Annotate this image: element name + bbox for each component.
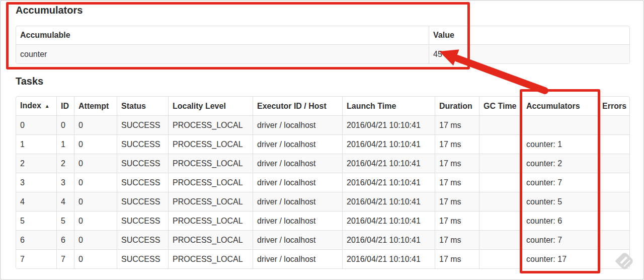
gc-time-cell (479, 212, 522, 231)
duration-cell: 17 ms (435, 192, 479, 212)
locality-level-cell: PROCESS_LOCAL (169, 173, 253, 192)
launch-time-cell: 2016/04/21 10:10:41 (343, 192, 435, 212)
errors-cell (598, 116, 630, 135)
id-cell: 6 (57, 231, 74, 250)
accumulators-cell: counter: 7 (522, 173, 598, 192)
duration-cell: 17 ms (435, 212, 479, 231)
gc-time-cell (479, 192, 522, 212)
duration-cell: 17 ms (435, 135, 479, 154)
executor-cell: driver / localhost (253, 231, 343, 250)
attempt-cell: 0 (74, 154, 117, 173)
launch-time-cell: 2016/04/21 10:10:41 (343, 135, 435, 154)
locality-level-cell: PROCESS_LOCAL (169, 231, 253, 250)
index-cell: 0 (16, 116, 57, 135)
executor-cell: driver / localhost (253, 173, 343, 192)
index-column-header[interactable]: Index▲ (16, 97, 57, 116)
accumulators-cell: counter: 2 (522, 154, 598, 173)
launch-time-cell: 2016/04/21 10:10:41 (343, 154, 435, 173)
locality-level-cell: PROCESS_LOCAL (169, 250, 253, 269)
executor-cell: driver / localhost (253, 116, 343, 135)
status-cell: SUCCESS (117, 212, 169, 231)
table-row: 4 4 0 SUCCESS PROCESS_LOCAL driver / loc… (16, 192, 630, 212)
locality-level-cell: PROCESS_LOCAL (169, 135, 253, 154)
errors-cell (598, 250, 630, 269)
table-row: 3 3 0 SUCCESS PROCESS_LOCAL driver / loc… (16, 173, 630, 192)
executor-cell: driver / localhost (253, 154, 343, 173)
gc-time-cell (479, 135, 522, 154)
duration-cell: 17 ms (435, 250, 479, 269)
table-row: 1 1 0 SUCCESS PROCESS_LOCAL driver / loc… (16, 135, 630, 154)
table-row: 7 7 0 SUCCESS PROCESS_LOCAL driver / loc… (16, 250, 630, 269)
status-column-header[interactable]: Status (117, 97, 169, 116)
gc-time-cell (479, 154, 522, 173)
attempt-cell: 0 (74, 250, 117, 269)
index-cell: 3 (16, 173, 57, 192)
executor-cell: driver / localhost (253, 135, 343, 154)
launch-time-column-header[interactable]: Launch Time (343, 97, 435, 116)
accumulators-column-header[interactable]: Accumulators (522, 97, 598, 116)
errors-cell (598, 192, 630, 212)
gc-time-cell (479, 173, 522, 192)
executor-column-header[interactable]: Executor ID / Host (253, 97, 343, 116)
status-cell: SUCCESS (117, 250, 169, 269)
id-cell: 4 (57, 192, 74, 212)
gc-time-cell (479, 250, 522, 269)
attempt-cell: 0 (74, 116, 117, 135)
index-cell: 1 (16, 135, 57, 154)
launch-time-cell: 2016/04/21 10:10:41 (343, 250, 435, 269)
accumulators-cell: counter: 6 (522, 212, 598, 231)
status-cell: SUCCESS (117, 154, 169, 173)
locality-level-cell: PROCESS_LOCAL (169, 116, 253, 135)
sort-asc-icon: ▲ (45, 103, 50, 109)
executor-cell: driver / localhost (253, 212, 343, 231)
attempt-cell: 0 (74, 192, 117, 212)
table-row: 6 6 0 SUCCESS PROCESS_LOCAL driver / loc… (16, 231, 630, 250)
status-cell: SUCCESS (117, 231, 169, 250)
errors-column-header[interactable]: Errors (598, 97, 630, 116)
executor-cell: driver / localhost (253, 192, 343, 212)
gc-time-column-header[interactable]: GC Time (479, 97, 522, 116)
id-cell: 3 (57, 173, 74, 192)
errors-cell (598, 135, 630, 154)
locality-level-cell: PROCESS_LOCAL (169, 212, 253, 231)
accumulators-cell: counter: 1 (522, 135, 598, 154)
value-column-header[interactable]: Value (429, 26, 630, 45)
errors-cell (598, 173, 630, 192)
index-column-label: Index (20, 101, 41, 110)
locality-level-column-header[interactable]: Locality Level (169, 97, 253, 116)
accumulator-row: counter 45 (16, 45, 630, 64)
index-cell: 5 (16, 212, 57, 231)
launch-time-cell: 2016/04/21 10:10:41 (343, 116, 435, 135)
errors-cell (598, 231, 630, 250)
accumulable-column-header[interactable]: Accumulable (16, 26, 429, 45)
locality-level-cell: PROCESS_LOCAL (169, 154, 253, 173)
id-cell: 0 (57, 116, 74, 135)
accumulators-cell: counter: 17 (522, 250, 598, 269)
id-column-header[interactable]: ID (57, 97, 74, 116)
locality-level-cell: PROCESS_LOCAL (169, 192, 253, 212)
table-row: 0 0 0 SUCCESS PROCESS_LOCAL driver / loc… (16, 116, 630, 135)
duration-cell: 17 ms (435, 231, 479, 250)
executor-cell: driver / localhost (253, 250, 343, 269)
attempt-column-header[interactable]: Attempt (74, 97, 117, 116)
tasks-header-row: Index▲ ID Attempt Status Locality Level … (16, 97, 630, 116)
duration-column-header[interactable]: Duration (435, 97, 479, 116)
status-cell: SUCCESS (117, 192, 169, 212)
accumulators-cell: counter: 7 (522, 231, 598, 250)
attempt-cell: 0 (74, 173, 117, 192)
accumulators-cell (522, 116, 598, 135)
status-cell: SUCCESS (117, 116, 169, 135)
table-row: 5 5 0 SUCCESS PROCESS_LOCAL driver / loc… (16, 212, 630, 231)
errors-cell (598, 212, 630, 231)
id-cell: 1 (57, 135, 74, 154)
launch-time-cell: 2016/04/21 10:10:41 (343, 212, 435, 231)
id-cell: 7 (57, 250, 74, 269)
gc-time-cell (479, 116, 522, 135)
index-cell: 6 (16, 231, 57, 250)
table-row: 2 2 0 SUCCESS PROCESS_LOCAL driver / loc… (16, 154, 630, 173)
tasks-heading: Tasks (16, 76, 43, 87)
duration-cell: 17 ms (435, 173, 479, 192)
attempt-cell: 0 (74, 212, 117, 231)
attempt-cell: 0 (74, 135, 117, 154)
index-cell: 7 (16, 250, 57, 269)
